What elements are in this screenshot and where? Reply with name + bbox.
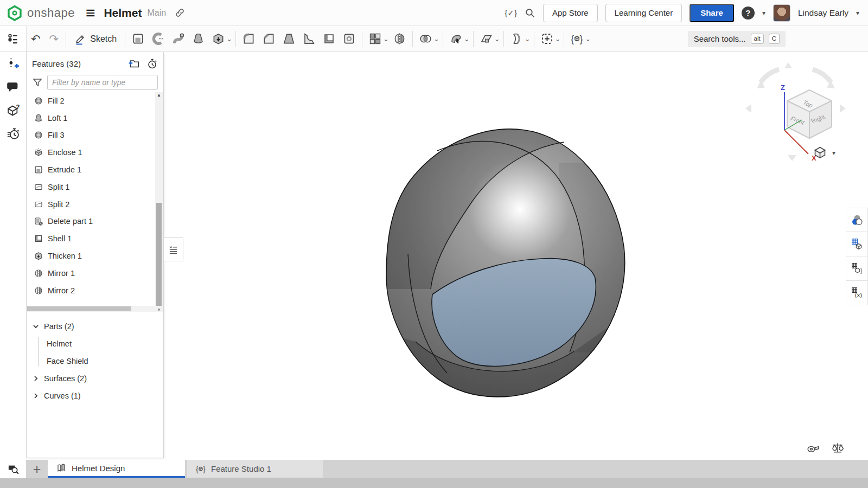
appearance-panel-button[interactable] bbox=[846, 208, 868, 232]
share-link-icon[interactable] bbox=[175, 8, 185, 18]
share-button[interactable]: Share bbox=[690, 4, 734, 22]
feature-row[interactable]: Shell 1 bbox=[27, 230, 155, 247]
surfaces-group-row[interactable]: Surfaces (2) bbox=[27, 370, 163, 387]
help-caret-icon[interactable]: ▾ bbox=[762, 9, 765, 17]
composite-part-button[interactable] bbox=[537, 29, 557, 49]
learning-center-button[interactable]: Learning Center bbox=[605, 4, 682, 22]
feature-row[interactable]: Delete part 1 bbox=[27, 213, 155, 230]
shell-button[interactable] bbox=[319, 29, 339, 49]
workspace-name[interactable]: Main bbox=[147, 8, 166, 18]
comments-button[interactable] bbox=[4, 78, 22, 96]
revolve-button[interactable] bbox=[148, 29, 168, 49]
feature-row[interactable]: Extrude 1 bbox=[27, 161, 155, 178]
feature-label: Loft 1 bbox=[48, 114, 67, 123]
part-row-helmet[interactable]: Helmet bbox=[27, 335, 163, 352]
user-menu-caret-icon[interactable]: ▾ bbox=[856, 9, 859, 17]
feature-row[interactable]: Split 2 bbox=[27, 196, 155, 213]
tab-feature-studio-1[interactable]: Feature Studio 1 bbox=[187, 460, 323, 478]
feature-row[interactable]: Fill 3 bbox=[27, 127, 155, 144]
vertical-scroll-thumb[interactable] bbox=[156, 203, 162, 306]
feature-list-toggle-button[interactable] bbox=[0, 26, 27, 52]
feature-list-horizontal-scrollbar[interactable] bbox=[27, 306, 156, 312]
feature-list-vertical-scrollbar[interactable]: ▲ ▼ bbox=[155, 92, 163, 312]
loft-button[interactable] bbox=[188, 29, 208, 49]
boolean-button[interactable] bbox=[416, 29, 436, 49]
thicken-dropdown-icon[interactable]: ⌄ bbox=[226, 35, 232, 43]
tab-helmet-design[interactable]: Helmet Design bbox=[48, 460, 185, 478]
draft-button[interactable] bbox=[279, 29, 299, 49]
thicken-button[interactable] bbox=[208, 29, 228, 49]
fillet-button[interactable] bbox=[239, 29, 259, 49]
sweep-button[interactable] bbox=[168, 29, 188, 49]
user-avatar[interactable] bbox=[773, 4, 790, 22]
history-button[interactable] bbox=[4, 124, 22, 143]
mirror-button[interactable] bbox=[390, 29, 410, 49]
scroll-up-icon[interactable]: ▲ bbox=[155, 93, 163, 98]
plane-button[interactable] bbox=[476, 29, 496, 49]
feature-row[interactable]: Enclose 1 bbox=[27, 144, 155, 161]
plane-dropdown-icon[interactable]: ⌄ bbox=[494, 35, 500, 43]
custom-features-button[interactable] bbox=[567, 29, 587, 49]
parts-group-row[interactable]: Parts (2) bbox=[27, 318, 163, 335]
measure-button[interactable] bbox=[806, 440, 821, 455]
app-store-button[interactable]: App Store bbox=[543, 4, 598, 22]
linear-pattern-button[interactable] bbox=[365, 29, 385, 49]
extrude-button[interactable] bbox=[128, 29, 148, 49]
view-options-button[interactable]: ▾ bbox=[813, 145, 835, 160]
rib-button[interactable] bbox=[299, 29, 319, 49]
scroll-down-icon[interactable]: ▼ bbox=[155, 307, 163, 312]
mass-properties-button[interactable] bbox=[830, 440, 845, 455]
feature-list: Fill 2 Loft 1 Fill 3 Enclose 1 Extrude 1… bbox=[27, 92, 155, 299]
mirror-icon bbox=[393, 32, 406, 46]
custom-features-dropdown-icon[interactable]: ⌄ bbox=[585, 35, 591, 43]
add-tab-button[interactable]: + bbox=[26, 460, 48, 478]
feature-row[interactable]: Thicken 1 bbox=[27, 247, 155, 265]
document-menu-icon[interactable]: ≡ bbox=[86, 5, 95, 21]
user-name[interactable]: Lindsay Early bbox=[798, 8, 848, 18]
undo-button[interactable]: ↶ bbox=[27, 33, 45, 46]
filter-funnel-icon[interactable] bbox=[32, 77, 43, 88]
feature-row[interactable]: Mirror 2 bbox=[27, 282, 155, 299]
helmet-model[interactable] bbox=[358, 98, 646, 423]
composite-dropdown-icon[interactable]: ⌄ bbox=[555, 35, 561, 43]
feature-row[interactable]: Mirror 1 bbox=[27, 265, 155, 282]
hole-button[interactable] bbox=[339, 29, 359, 49]
offset-surface-dropdown-icon[interactable]: ⌄ bbox=[525, 35, 531, 43]
sketch-button[interactable]: Sketch bbox=[69, 33, 122, 45]
chamfer-button[interactable] bbox=[259, 29, 279, 49]
feature-row[interactable]: Fill 2 bbox=[27, 92, 155, 110]
chevron-right-icon[interactable] bbox=[32, 392, 40, 400]
feature-list-icon bbox=[7, 33, 19, 45]
feature-filter-input[interactable] bbox=[47, 75, 158, 90]
thicken-icon bbox=[212, 32, 225, 46]
configured-features-panel-button[interactable] bbox=[846, 256, 868, 281]
insert-item-button[interactable] bbox=[4, 54, 22, 73]
configured-properties-panel-button[interactable] bbox=[846, 281, 868, 305]
featurescript-notices-icon[interactable]: {✓} bbox=[505, 8, 517, 18]
new-folder-icon[interactable] bbox=[128, 57, 140, 69]
feature-row[interactable]: Loft 1 bbox=[27, 110, 155, 127]
document-title[interactable]: Helmet bbox=[104, 7, 142, 20]
help-icon[interactable]: ? bbox=[742, 7, 755, 20]
search-icon[interactable] bbox=[525, 8, 535, 18]
onshape-logo[interactable]: onshape bbox=[7, 5, 75, 21]
feature-row[interactable]: Split 1 bbox=[27, 178, 155, 196]
modify-fillet-button[interactable] bbox=[446, 29, 466, 49]
3d-viewport[interactable]: Top Front Right Z X bbox=[164, 52, 868, 460]
configurations-panel-button[interactable] bbox=[846, 232, 868, 256]
pattern-dropdown-icon[interactable]: ⌄ bbox=[383, 35, 389, 43]
modify-fillet-dropdown-icon[interactable]: ⌄ bbox=[464, 35, 470, 43]
chevron-right-icon[interactable] bbox=[32, 375, 40, 382]
mirror-feature-icon bbox=[34, 286, 43, 296]
curves-group-row[interactable]: Curves (1) bbox=[27, 387, 163, 404]
help-resources-button[interactable] bbox=[4, 101, 22, 119]
boolean-dropdown-icon[interactable]: ⌄ bbox=[433, 35, 439, 43]
search-tabs-button[interactable] bbox=[0, 460, 26, 478]
horizontal-scroll-thumb[interactable] bbox=[27, 306, 131, 311]
chevron-down-icon[interactable] bbox=[32, 323, 40, 330]
part-row-face-shield[interactable]: Face Shield bbox=[27, 352, 163, 370]
rollback-history-icon[interactable] bbox=[146, 58, 158, 69]
redo-button[interactable]: ↷ bbox=[45, 33, 63, 46]
search-tools-button[interactable]: Search tools... alt C bbox=[688, 31, 786, 47]
offset-surface-button[interactable] bbox=[507, 29, 527, 49]
